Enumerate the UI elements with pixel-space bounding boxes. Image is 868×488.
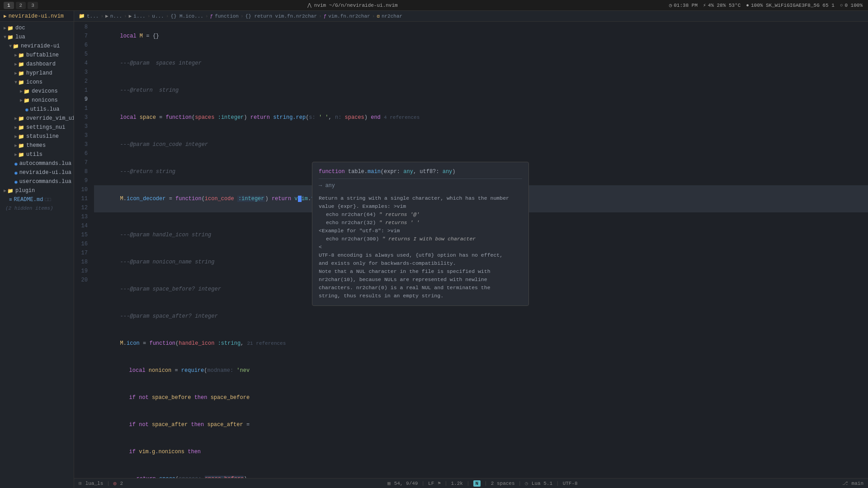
folder-icon: 📁 bbox=[18, 116, 24, 122]
code-line-l7: local nonicon = require(modname: 'nev bbox=[94, 357, 868, 384]
status-grid-icon: ▦ bbox=[387, 480, 391, 486]
tree-item-utils-folder[interactable]: ▶ 📁 utils bbox=[0, 150, 74, 159]
bc-6b: function bbox=[215, 14, 239, 19]
volume-text: 0 100% bbox=[844, 3, 863, 8]
line-num: 2 bbox=[77, 77, 88, 86]
chevron-right-icon: ▶ bbox=[14, 70, 17, 76]
clock-segment: ◷ 01:38 PM bbox=[669, 2, 698, 8]
clock-icon: ◷ bbox=[669, 2, 672, 8]
readme-badge: □□ bbox=[45, 197, 51, 202]
status-position: 54, 9/49 bbox=[394, 481, 418, 486]
tree-item-lua[interactable]: ▼ 📁 lua bbox=[0, 33, 74, 42]
code-area[interactable]: local M = {} ---@param spaces integer --… bbox=[90, 22, 868, 478]
code-line-if9: if not space_before then space_before bbox=[94, 384, 868, 411]
folder-icon: 📁 bbox=[18, 70, 24, 76]
code-line-4: local space = function(spaces :integer) … bbox=[94, 104, 868, 131]
folder-icon: 📁 bbox=[24, 98, 30, 103]
chevron-right-icon: ▶ bbox=[4, 25, 6, 31]
md-file-icon: ≡ bbox=[9, 197, 12, 202]
chevron-right-icon: ▶ bbox=[14, 52, 17, 58]
line-num: 12 bbox=[77, 203, 88, 212]
tree-item-themes[interactable]: ▶ 📁 themes bbox=[0, 141, 74, 150]
tree-item-plugin[interactable]: ▶ 📁 plugin bbox=[0, 186, 74, 195]
folder-icon: 📁 bbox=[7, 25, 14, 31]
chevron-right-icon: ▶ bbox=[14, 61, 17, 67]
tree-item-utils-lua[interactable]: ◉ utils.lua bbox=[0, 105, 74, 114]
system-stats: ◷ 01:38 PM ⚡ 4% 28% 53°C ● 100% SK_WiFiG… bbox=[664, 2, 868, 8]
line-num: 10 bbox=[77, 185, 88, 194]
tree-label-utils-folder: utils bbox=[26, 151, 42, 158]
tree-label-override-vim-ui: override_vim_ui bbox=[26, 115, 74, 122]
tree-item-hyprland[interactable]: ▶ 📁 hyprland bbox=[0, 69, 74, 78]
code-line-m6: M.icon = function(handle_icon :string, 2… bbox=[94, 330, 868, 357]
tree-item-dashboard[interactable]: ▶ 📁 dashboard bbox=[0, 60, 74, 69]
tree-item-override-vim-ui[interactable]: ▶ 📁 override_vim_ui bbox=[0, 114, 74, 123]
tree-label-dashboard: dashboard bbox=[26, 61, 56, 67]
folder-icon-bc2: ▶ bbox=[129, 13, 132, 19]
tab-3[interactable]: 3 bbox=[28, 2, 38, 9]
hidden-items-text: (2 hidden items) bbox=[5, 206, 53, 211]
tree-item-buftabline[interactable]: ▶ 📁 buftabline bbox=[0, 51, 74, 60]
chevron-right-icon: ▶ bbox=[14, 125, 17, 130]
tree-label-lua: lua bbox=[15, 34, 25, 40]
status-encoding: UTF-8 bbox=[563, 481, 578, 486]
tree-item-nonicons[interactable]: ▶ 📁 nonicons bbox=[0, 96, 74, 105]
status-bar: ⊞ lua_ls | ◎ 2 ▦ 54, 9/49 | LF ⚑ | 1.2k … bbox=[74, 478, 868, 488]
tree-item-readme[interactable]: ≡ README.md □□ bbox=[0, 195, 74, 204]
editor-container: 📁 t... › ▶ n... › ▶ i... › u... › {} M.i… bbox=[74, 11, 868, 488]
tree-label-utils-lua: utils.lua bbox=[30, 106, 60, 113]
system-segment: ⚡ 4% 28% 53°C bbox=[703, 2, 741, 8]
bc-4: u... bbox=[152, 14, 164, 19]
folder-breadcrumb-icon: 📁 bbox=[79, 13, 85, 19]
line-numbers: 8 7 6 5 4 3 2 1 9 1 3 3 3 3 6 7 8 9 10 1… bbox=[74, 22, 90, 478]
tree-item-settings-nui[interactable]: ▶ 📁 settings_nui bbox=[0, 123, 74, 132]
tab-2[interactable]: 2 bbox=[16, 2, 26, 9]
hidden-items-label: (2 hidden items) bbox=[0, 204, 74, 212]
line-num: 3 bbox=[77, 131, 88, 140]
line-num: 1 bbox=[77, 104, 88, 113]
tree-item-usercommands[interactable]: ◉ usercommands.lua bbox=[0, 177, 74, 186]
bc-sep-7: › bbox=[319, 14, 322, 19]
tree-item-neviraide-ui[interactable]: ▼ 📁 neviraide-ui bbox=[0, 42, 74, 51]
chevron-right-icon: ▶ bbox=[14, 134, 17, 139]
code-line-c5: ---@param space_after? integer bbox=[94, 303, 868, 330]
line-num: 3 bbox=[77, 68, 88, 77]
tree-label-plugin: plugin bbox=[15, 188, 35, 194]
tree-item-statusline[interactable]: ▶ 📁 statusline bbox=[0, 132, 74, 141]
tree-item-autocommands[interactable]: ◉ autocommands.lua bbox=[0, 159, 74, 168]
line-num: 3 bbox=[77, 113, 88, 122]
line-num: 3 bbox=[77, 122, 88, 131]
tree-item-icons[interactable]: ▼ 📁 icons bbox=[0, 78, 74, 87]
sidebar-header: ▶ neviraide-ui.nvim bbox=[0, 11, 74, 22]
hover-fn-name: main bbox=[368, 169, 381, 175]
bc-8b: vim.fn.nr2char bbox=[328, 14, 370, 19]
line-num: 7 bbox=[77, 158, 88, 167]
bc-9b: nr2char bbox=[382, 14, 402, 19]
line-num: 14 bbox=[77, 221, 88, 230]
tree-label-readme: README.md bbox=[14, 197, 43, 203]
bc-sep-8: › bbox=[372, 14, 375, 19]
code-line-8: local M = {} bbox=[94, 23, 868, 50]
lua-file-icon: ◉ bbox=[14, 179, 18, 185]
folder-icon-bc: ▶ bbox=[105, 13, 108, 19]
tree-label-doc: doc bbox=[15, 25, 25, 31]
tree-item-neviraide-ui-lua[interactable]: ◉ neviraide-ui.lua bbox=[0, 168, 74, 177]
tree-item-doc[interactable]: ▶ 📁 doc bbox=[0, 23, 74, 33]
code-line-if10: if not space_after then space_after = bbox=[94, 411, 868, 438]
code-line-6: ---@param spaces integer bbox=[94, 50, 868, 77]
tree-item-devicons[interactable]: ▶ 📁 devicons bbox=[0, 87, 74, 96]
tree-label-settings-nui: settings_nui bbox=[26, 124, 65, 131]
tree-label-statusline: statusline bbox=[26, 133, 59, 140]
status-lsp-icon: ⊞ bbox=[79, 480, 82, 486]
tab-1[interactable]: 1 bbox=[4, 2, 14, 9]
chevron-right-icon: ▶ bbox=[14, 143, 17, 148]
bc-sep-5: › bbox=[205, 14, 208, 19]
status-filesize: 1.2k bbox=[451, 481, 463, 486]
folder-icon: 📁 bbox=[18, 52, 24, 58]
chevron-right-icon: ▶ bbox=[14, 152, 17, 157]
folder-icon: 📁 bbox=[18, 125, 24, 131]
hover-signature: function table.main(expr: any, utf8?: an… bbox=[319, 168, 522, 179]
tree-label-devicons: devicons bbox=[32, 88, 58, 94]
bc-sep-4: › bbox=[166, 14, 169, 19]
volume-icon: ○ bbox=[840, 3, 843, 8]
